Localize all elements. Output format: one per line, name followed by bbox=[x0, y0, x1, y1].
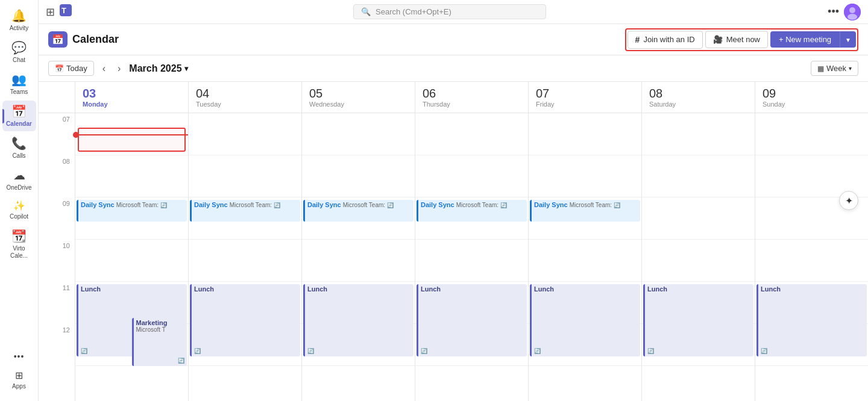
hour-cell-0800-sat[interactable] bbox=[642, 155, 755, 197]
hour-cell-1100-sat[interactable]: Lunch 🔄 bbox=[642, 282, 755, 324]
hour-cell-0700-thu[interactable] bbox=[415, 113, 528, 155]
hour-cell-0900-sat[interactable] bbox=[642, 197, 755, 240]
calendar-icon: 📅 bbox=[11, 104, 27, 119]
chat-icon: 💬 bbox=[11, 40, 27, 55]
recur-icon: 🔄 bbox=[81, 348, 87, 354]
join-with-id-label: Join with an ID bbox=[643, 35, 694, 44]
sidebar-item-label: OneDrive bbox=[6, 184, 31, 191]
grid-icon[interactable]: ⊞ bbox=[46, 5, 55, 19]
hour-cell-1100-mon[interactable]: Lunch 🔄 Marketing Microsoft T 🔄 bbox=[75, 282, 188, 324]
time-label-10: 10 bbox=[39, 240, 75, 282]
new-meeting-dropdown-button[interactable]: ▼ bbox=[840, 31, 856, 48]
hour-cell-0700-sun[interactable] bbox=[755, 113, 868, 155]
hour-cell-1100-wed[interactable]: Lunch 🔄 bbox=[302, 282, 415, 324]
hour-cell-0800-thu[interactable] bbox=[415, 155, 528, 197]
hour-cell-0900-wed[interactable]: Daily Sync Microsoft Team: 🔄 bbox=[302, 197, 415, 240]
search-icon: 🔍 bbox=[361, 7, 371, 16]
join-with-id-button[interactable]: # Join with an ID bbox=[627, 31, 703, 49]
hour-cell-1100-fri[interactable]: Lunch 🔄 bbox=[529, 282, 641, 324]
sidebar-item-chat[interactable]: 💬 Chat bbox=[2, 37, 36, 67]
sidebar-item-copilot[interactable]: ✨ Copilot bbox=[2, 196, 36, 224]
hour-cell-0800-tue[interactable] bbox=[189, 155, 301, 197]
search-placeholder: Search (Cmd+Opt+E) bbox=[376, 7, 451, 16]
sidebar-item-activity[interactable]: 🔔 Activity bbox=[2, 5, 36, 36]
hour-cell-1000-mon[interactable] bbox=[75, 240, 188, 282]
week-view-selector[interactable]: ▦ Week ▾ bbox=[811, 61, 858, 76]
sidebar-item-virto[interactable]: 📆 Virto Cale... bbox=[2, 225, 36, 263]
hour-cell-0900-mon[interactable]: Daily Sync Microsoft Team: 🔄 bbox=[75, 197, 188, 240]
more-icon: ••• bbox=[14, 352, 25, 361]
time-grid: 07 08 09 10 11 12 Daily Sync bbox=[39, 113, 868, 401]
sidebar-apps-button[interactable]: ⊞ Apps bbox=[2, 366, 36, 394]
sidebar-item-label: Activity bbox=[10, 25, 29, 32]
lunch-event-sat[interactable]: Lunch 🔄 bbox=[643, 284, 753, 356]
lunch-event-fri[interactable]: Lunch 🔄 bbox=[530, 284, 640, 356]
sidebar: 🔔 Activity 💬 Chat 👥 Teams 📅 Calendar 📞 C… bbox=[0, 0, 39, 401]
today-button[interactable]: 📅 Today bbox=[48, 61, 94, 76]
hour-cell-1000-tue[interactable] bbox=[189, 240, 301, 282]
more-options-button[interactable]: ••• bbox=[828, 5, 839, 18]
search-box[interactable]: 🔍 Search (Cmd+Opt+E) bbox=[353, 4, 546, 19]
event-sub: Microsoft Team: bbox=[116, 202, 160, 208]
hour-cell-0800-fri[interactable] bbox=[529, 155, 641, 197]
sidebar-item-calls[interactable]: 📞 Calls bbox=[2, 132, 36, 163]
hour-cell-0700-wed[interactable] bbox=[302, 113, 415, 155]
month-year-title[interactable]: March 2025 ▾ bbox=[129, 63, 187, 74]
hour-cell-1000-fri[interactable] bbox=[529, 240, 641, 282]
meet-now-button[interactable]: 🎥 Meet now bbox=[705, 31, 768, 48]
hour-cell-0900-fri[interactable]: Daily Sync Microsoft Team: 🔄 bbox=[529, 197, 641, 240]
event-sub: Microsoft Team: bbox=[456, 202, 500, 208]
calendar-small-icon: 📅 bbox=[55, 64, 64, 73]
daily-sync-event-thu[interactable]: Daily Sync Microsoft Team: 🔄 bbox=[417, 200, 527, 222]
sidebar-item-label: Calendar bbox=[6, 120, 32, 128]
ai-assistant-button[interactable]: ✦ bbox=[839, 191, 858, 210]
day-name: Thursday bbox=[423, 101, 521, 108]
event-title: Lunch bbox=[761, 285, 781, 293]
hour-cell-1000-thu[interactable] bbox=[415, 240, 528, 282]
hour-cell-0700-tue[interactable] bbox=[189, 113, 301, 155]
daily-sync-event-fri[interactable]: Daily Sync Microsoft Team: 🔄 bbox=[530, 200, 640, 222]
daily-sync-event-tue[interactable]: Daily Sync Microsoft Team: 🔄 bbox=[190, 200, 300, 222]
day-col-tue: Daily Sync Microsoft Team: 🔄 Lunch 🔄 bbox=[188, 113, 301, 401]
hour-cell-0700-fri[interactable] bbox=[529, 113, 641, 155]
hour-cell-1100-sun[interactable]: Lunch 🔄 bbox=[755, 282, 868, 324]
event-title: Daily Sync bbox=[421, 201, 456, 208]
daily-sync-event-mon[interactable]: Daily Sync Microsoft Team: 🔄 bbox=[77, 200, 187, 222]
new-meeting-button[interactable]: + New meeting bbox=[770, 31, 840, 48]
day-col-sun: Lunch 🔄 bbox=[755, 113, 868, 401]
sidebar-item-onedrive[interactable]: ☁ OneDrive bbox=[2, 164, 36, 195]
activity-icon: 🔔 bbox=[11, 8, 27, 23]
hour-cell-1000-wed[interactable] bbox=[302, 240, 415, 282]
recur-icon: 🔄 bbox=[387, 202, 394, 208]
day-number: 06 bbox=[423, 87, 521, 101]
topbar-right: ••• bbox=[828, 4, 861, 20]
hour-cell-1100-tue[interactable]: Lunch 🔄 bbox=[189, 282, 301, 324]
recur-icon: 🔄 bbox=[534, 348, 541, 354]
day-header-thu: 06 Thursday bbox=[415, 82, 528, 113]
hour-cell-0700-mon[interactable] bbox=[75, 113, 188, 155]
hour-cell-1100-thu[interactable]: Lunch 🔄 bbox=[415, 282, 528, 324]
daily-sync-event-wed[interactable]: Daily Sync Microsoft Team: 🔄 bbox=[303, 200, 414, 222]
hour-cell-1000-sun[interactable] bbox=[755, 240, 868, 282]
hour-cell-0700-sat[interactable] bbox=[642, 113, 755, 155]
hour-cell-1000-sat[interactable] bbox=[642, 240, 755, 282]
chevron-down-icon: ▾ bbox=[184, 64, 188, 73]
lunch-event-tue[interactable]: Lunch 🔄 bbox=[190, 284, 300, 356]
calendar-nav: 📅 Today ‹ › March 2025 ▾ ▦ Week ▾ bbox=[39, 55, 868, 82]
sidebar-more-button[interactable]: ••• bbox=[2, 348, 36, 365]
sidebar-item-label: Teams bbox=[10, 89, 28, 96]
prev-week-button[interactable]: ‹ bbox=[99, 61, 109, 76]
lunch-event-thu[interactable]: Lunch 🔄 bbox=[417, 284, 527, 356]
avatar[interactable] bbox=[844, 4, 861, 20]
hour-cell-0900-thu[interactable]: Daily Sync Microsoft Team: 🔄 bbox=[415, 197, 528, 240]
recur-icon: 🔄 bbox=[160, 202, 167, 208]
lunch-event-sun[interactable]: Lunch 🔄 bbox=[756, 284, 867, 356]
sidebar-item-calendar[interactable]: 📅 Calendar bbox=[2, 101, 36, 131]
next-week-button[interactable]: › bbox=[114, 61, 124, 76]
hour-cell-0800-mon[interactable] bbox=[75, 155, 188, 197]
marketing-event-mon[interactable]: Marketing Microsoft T 🔄 bbox=[132, 318, 187, 366]
hour-cell-0800-wed[interactable] bbox=[302, 155, 415, 197]
sidebar-item-teams[interactable]: 👥 Teams bbox=[2, 69, 36, 99]
hour-cell-0900-tue[interactable]: Daily Sync Microsoft Team: 🔄 bbox=[189, 197, 301, 240]
lunch-event-wed[interactable]: Lunch 🔄 bbox=[303, 284, 414, 356]
